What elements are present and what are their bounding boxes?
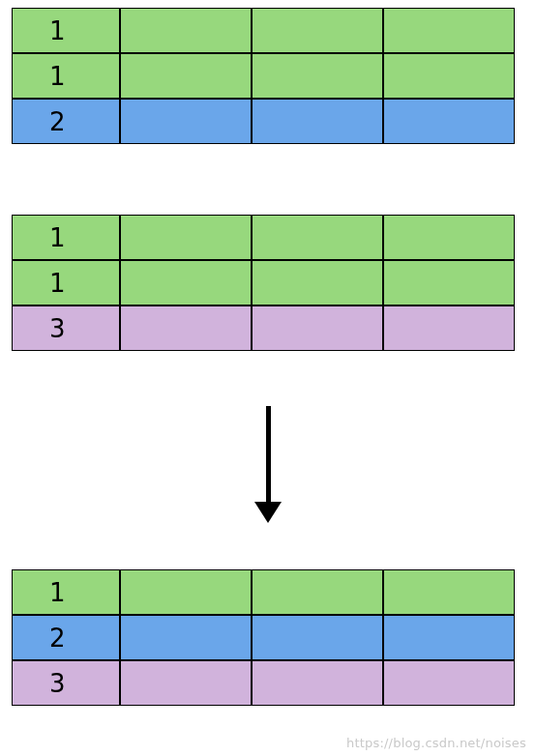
table-1: 1 1 2 — [12, 8, 515, 144]
empty-cell — [120, 569, 252, 615]
table-row: 1 — [12, 8, 515, 53]
empty-cell — [252, 660, 383, 706]
row-id-cell: 1 — [12, 215, 120, 260]
table-row: 1 — [12, 260, 515, 305]
empty-cell — [120, 260, 252, 305]
row-id-cell: 3 — [12, 305, 120, 351]
arrow-head-icon — [254, 502, 282, 523]
empty-cell — [252, 215, 383, 260]
empty-cell — [383, 615, 515, 660]
table-row: 2 — [12, 99, 515, 144]
empty-cell — [383, 305, 515, 351]
empty-cell — [252, 615, 383, 660]
empty-cell — [383, 99, 515, 144]
empty-cell — [383, 260, 515, 305]
empty-cell — [120, 8, 252, 53]
table-row: 3 — [12, 660, 515, 706]
empty-cell — [252, 99, 383, 144]
table-row: 1 — [12, 53, 515, 99]
empty-cell — [252, 260, 383, 305]
empty-cell — [383, 215, 515, 260]
row-id-cell: 2 — [12, 615, 120, 660]
diagram-canvas: 1 1 2 1 1 — [0, 0, 536, 756]
row-id-cell: 1 — [12, 569, 120, 615]
empty-cell — [252, 8, 383, 53]
watermark-text: https://blog.csdn.net/noises — [346, 736, 526, 750]
table-row: 1 — [12, 215, 515, 260]
arrow-shaft — [266, 406, 271, 503]
row-id-cell: 3 — [12, 660, 120, 706]
row-id-cell: 2 — [12, 99, 120, 144]
empty-cell — [120, 99, 252, 144]
row-id-cell: 1 — [12, 260, 120, 305]
empty-cell — [252, 53, 383, 99]
empty-cell — [383, 569, 515, 615]
empty-cell — [120, 53, 252, 99]
table-2: 1 1 3 — [12, 215, 515, 351]
empty-cell — [120, 615, 252, 660]
empty-cell — [252, 569, 383, 615]
down-arrow-icon — [250, 406, 286, 523]
empty-cell — [383, 8, 515, 53]
row-id-cell: 1 — [12, 53, 120, 99]
empty-cell — [383, 53, 515, 99]
empty-cell — [252, 305, 383, 351]
empty-cell — [120, 660, 252, 706]
table-3: 1 2 3 — [12, 569, 515, 706]
table-row: 1 — [12, 569, 515, 615]
table-row: 2 — [12, 615, 515, 660]
table-row: 3 — [12, 305, 515, 351]
empty-cell — [120, 305, 252, 351]
empty-cell — [120, 215, 252, 260]
empty-cell — [383, 660, 515, 706]
row-id-cell: 1 — [12, 8, 120, 53]
